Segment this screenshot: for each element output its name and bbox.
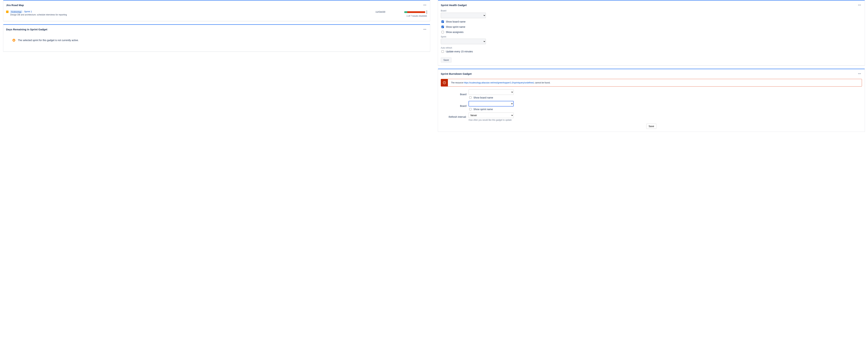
svg-rect-17 xyxy=(444,83,444,83)
sprint-link[interactable]: Sprint 1 xyxy=(24,10,32,13)
sprint-health-gadget: Sprint Health Gadget Board Show board na… xyxy=(438,0,865,66)
show-sprint-name-label: Show sprint name xyxy=(446,26,465,28)
more-horizontal-icon xyxy=(858,72,861,75)
sprint-description: Design DB and architecture; schedule int… xyxy=(10,13,367,16)
gadget-title: Days Remaining in Sprint Gadget xyxy=(6,28,48,31)
svg-point-11 xyxy=(860,5,861,5)
progress-remaining xyxy=(407,11,425,13)
show-sprint-name-checkbox[interactable] xyxy=(441,26,444,28)
more-actions-button[interactable] xyxy=(422,27,427,32)
error-prefix: The resource xyxy=(451,81,464,84)
show-board-name-checkbox[interactable] xyxy=(441,21,444,23)
sprint-select[interactable] xyxy=(441,39,486,44)
refresh-help-text: How often you would like this gadget to … xyxy=(469,119,862,121)
svg-point-0 xyxy=(424,5,424,5)
save-button[interactable]: Save xyxy=(441,58,452,63)
svg-point-1 xyxy=(425,5,425,5)
show-board-name-checkbox[interactable] xyxy=(469,96,471,99)
gadget-title: Sprint Health Gadget xyxy=(441,4,467,7)
svg-point-9 xyxy=(858,5,859,5)
more-actions-button[interactable] xyxy=(857,71,862,76)
svg-point-14 xyxy=(860,73,861,74)
more-horizontal-icon xyxy=(858,3,861,7)
progress-bar xyxy=(404,11,425,13)
error-url-link[interactable]: https://scalesology.atlassian.net/rest/g… xyxy=(464,81,534,84)
sprint-icon xyxy=(6,10,8,13)
gadget-title: Sprint Burndown Gadget xyxy=(441,72,472,75)
board-label: Board xyxy=(441,93,469,96)
project-lozenge[interactable]: Scalesology xyxy=(10,10,22,13)
refresh-interval-select[interactable]: Never xyxy=(469,112,514,118)
days-remaining-gadget: Days Remaining in Sprint Gadget The sele… xyxy=(3,24,430,52)
show-board-name-label: Show board name xyxy=(446,20,466,23)
more-horizontal-icon xyxy=(423,28,427,31)
gadget-title: Jira Road Map xyxy=(6,4,24,7)
svg-point-4 xyxy=(425,29,425,30)
svg-point-10 xyxy=(859,5,860,5)
warning-message: The selected sprint for this gadget is n… xyxy=(18,39,79,42)
error-suffix: , cannot be found. xyxy=(534,81,550,84)
error-banner: The resource https://scalesology.atlassi… xyxy=(441,79,862,87)
board-select-2[interactable] xyxy=(469,101,514,106)
more-actions-button[interactable] xyxy=(857,3,862,7)
more-horizontal-icon xyxy=(423,3,427,7)
svg-point-3 xyxy=(424,29,424,30)
board-select-1[interactable] xyxy=(469,89,514,95)
show-board-name-label: Show board name xyxy=(473,96,493,99)
warning-icon xyxy=(12,39,16,42)
update-every-label: Update every 15 minutes xyxy=(446,50,473,53)
jira-roadmap-gadget: Jira Road Map Scalesology : Sprint 1 Des… xyxy=(3,0,430,21)
more-actions-button[interactable] xyxy=(422,3,427,7)
refresh-interval-label: Refresh Interval: xyxy=(441,115,469,118)
svg-point-2 xyxy=(426,5,426,5)
show-assignees-label: Show assignees xyxy=(446,31,464,33)
auto-refresh-label: Auto refresh xyxy=(441,47,862,49)
board-label: Board xyxy=(441,9,862,12)
resize-handle[interactable] xyxy=(426,10,427,14)
svg-point-13 xyxy=(859,73,860,74)
roadmap-sprint-row: Scalesology : Sprint 1 Design DB and arc… xyxy=(6,9,427,18)
save-button[interactable]: Save xyxy=(646,124,656,129)
error-icon xyxy=(443,81,446,84)
resolved-count: 1 of 7 issues resolved. xyxy=(407,15,427,17)
svg-point-12 xyxy=(858,73,859,74)
svg-point-5 xyxy=(426,29,426,30)
sprint-label: Sprint xyxy=(441,36,862,38)
sprint-burndown-gadget: Sprint Burndown Gadget The reso xyxy=(438,69,865,132)
progress-done xyxy=(404,11,407,13)
update-every-checkbox[interactable] xyxy=(441,50,444,53)
sprint-date: 11/Oct/20 xyxy=(368,10,393,13)
board-select[interactable] xyxy=(441,13,486,18)
show-sprint-name-label: Show sprint name xyxy=(473,108,493,111)
show-sprint-name-checkbox[interactable] xyxy=(469,108,471,110)
board-label-2: Board xyxy=(441,105,469,107)
show-assignees-checkbox[interactable] xyxy=(441,31,444,33)
svg-rect-16 xyxy=(444,82,444,83)
